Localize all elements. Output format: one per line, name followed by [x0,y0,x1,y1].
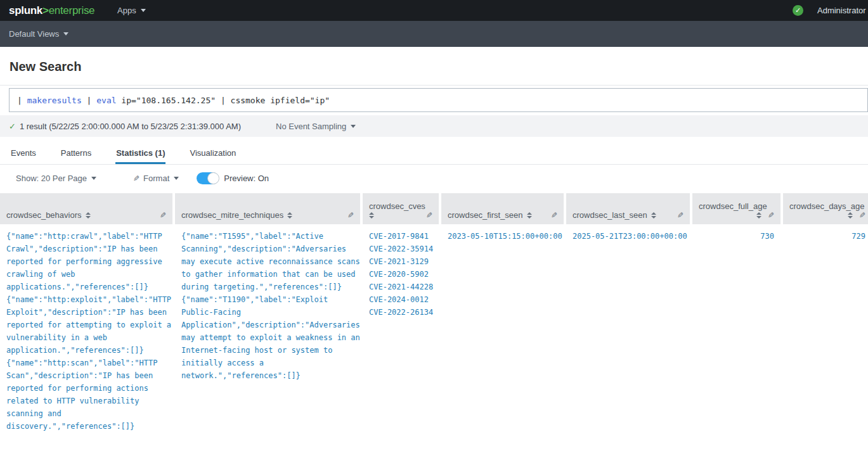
tab-patterns[interactable]: Patterns [60,142,92,164]
spl-text: ip="108.165.142.25" | cssmoke ipfield="i… [117,96,330,105]
table-controls: Show: 20 Per Page ✎ Format Preview: On [0,165,868,192]
apps-menu-label: Apps [117,6,136,15]
event-sampling-label: No Event Sampling [276,122,346,131]
edit-column-icon[interactable]: ✎ [347,211,354,220]
per-page-menu[interactable]: Show: 20 Per Page [16,174,96,183]
column-header-crowdsec_last_seen[interactable]: crowdsec_last_seen✎ [566,193,690,224]
default-views-label: Default Views [9,29,59,39]
table-cell-crowdsec_mitre_techniques[interactable]: {"name":"T1595","label":"Active Scanning… [175,224,360,433]
chevron-down-icon [351,125,356,128]
tab-events[interactable]: Events [10,142,37,164]
edit-column-icon[interactable]: ✎ [160,211,166,220]
spl-keyword: makeresults [27,96,82,105]
top-nav-bar: splunk>enterprise Apps ✓ Administrator [0,0,868,21]
column-header-crowdsec_days_age[interactable]: crowdsec_days_age✎ [783,193,868,224]
tab-statistics-1[interactable]: Statistics (1) [115,142,165,164]
search-bar[interactable]: | makeresults | eval ip="108.165.142.25"… [9,88,868,112]
table-cell-crowdsec_last_seen[interactable]: 2025-05-21T23:00:00+00:00 [566,224,690,433]
sort-icon[interactable] [287,212,292,219]
spl-text: | [82,96,96,105]
column-label: crowdsec_last_seen [573,210,647,220]
apps-menu[interactable]: Apps [117,6,146,15]
format-menu[interactable]: ✎ Format [133,174,179,183]
column-label: crowdsec_mitre_techniques [181,210,283,220]
app-bar: Default Views [0,21,868,47]
chevron-down-icon [91,177,96,180]
logo-enterprise-text: enterprise [49,4,95,16]
spl-text: | [17,96,27,105]
table-row: {"name":"http:crawl","label":"HTTP Crawl… [0,224,868,433]
results-info-bar: ✓ 1 result (5/22/25 2:00:00.000 AM to 5/… [0,115,868,137]
column-header-crowdsec_first_seen[interactable]: crowdsec_first_seen✎ [441,193,564,224]
column-header-crowdsec_behaviors[interactable]: crowdsec_behaviors✎ [0,193,172,224]
statistics-table: crowdsec_behaviors✎crowdsec_mitre_techni… [0,193,868,433]
result-summary: 1 result (5/22/25 2:00:00.000 AM to 5/23… [20,122,241,131]
toggle-knob [207,172,219,184]
column-header-crowdsec_mitre_techniques[interactable]: crowdsec_mitre_techniques✎ [175,193,360,224]
preview-toggle[interactable] [197,172,219,184]
table-cell-crowdsec_behaviors[interactable]: {"name":"http:crawl","label":"HTTP Crawl… [0,224,172,433]
chevron-down-icon [174,177,179,180]
edit-column-icon[interactable]: ✎ [677,211,683,220]
edit-column-icon[interactable]: ✎ [551,211,557,220]
sort-icon[interactable] [86,212,91,219]
edit-column-icon[interactable]: ✎ [768,211,774,220]
format-label: Format [143,174,169,183]
search-query[interactable]: | makeresults | eval ip="108.165.142.25"… [10,96,330,105]
sort-icon[interactable] [848,212,853,219]
column-label: crowdsec_behaviors [6,210,82,220]
sort-icon[interactable] [527,212,532,219]
column-label: crowdsec_first_seen [448,210,523,220]
sort-icon[interactable] [369,212,374,219]
page-title: New Search [10,60,868,74]
event-sampling-menu[interactable]: No Event Sampling [276,122,356,131]
spl-keyword: eval [96,96,116,105]
result-success-check-icon: ✓ [9,122,16,131]
health-check-icon[interactable]: ✓ [793,5,803,16]
logo-splunk-text: splunk [9,4,42,16]
column-header-crowdsec_full_age[interactable]: crowdsec_full_age✎ [692,193,781,224]
preview-state-label: Preview: On [224,174,269,183]
chevron-down-icon [141,9,146,12]
splunk-logo[interactable]: splunk>enterprise [9,4,94,17]
sort-icon[interactable] [756,212,761,219]
table-cell-crowdsec_cves[interactable]: CVE-2017-9841 CVE-2022-35914 CVE-2021-31… [363,224,439,433]
result-tabs: EventsPatternsStatistics (1)Visualizatio… [0,142,868,165]
pencil-icon: ✎ [133,174,139,183]
per-page-label: Show: 20 Per Page [16,174,87,183]
default-views-menu[interactable]: Default Views [9,29,68,39]
column-header-crowdsec_cves[interactable]: crowdsec_cves✎ [363,193,439,224]
table-cell-crowdsec_full_age[interactable]: 730 [692,224,781,433]
page-header: New Search [0,47,868,86]
sort-icon[interactable] [651,212,656,219]
user-menu[interactable]: Administrator [817,6,866,15]
table-header-row: crowdsec_behaviors✎crowdsec_mitre_techni… [0,193,868,224]
table-cell-crowdsec_days_age[interactable]: 729 [783,224,868,433]
edit-column-icon[interactable]: ✎ [426,211,432,220]
edit-column-icon[interactable]: ✎ [859,211,865,220]
logo-chevron: > [42,4,49,16]
tab-visualization[interactable]: Visualization [189,142,236,164]
column-label: crowdsec_cves [369,201,425,211]
column-label: crowdsec_full_age [699,201,767,211]
column-label: crowdsec_days_age [789,201,865,211]
table-cell-crowdsec_first_seen[interactable]: 2023-05-10T15:15:00+00:00 [441,224,564,433]
chevron-down-icon [63,32,68,35]
